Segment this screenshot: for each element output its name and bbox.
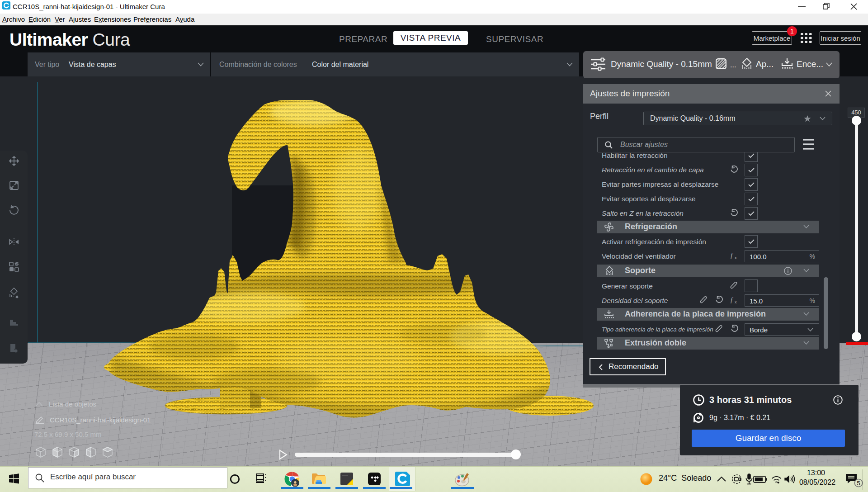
svg-text:x: x [735, 255, 737, 260]
svg-text:f: f [731, 296, 733, 303]
svg-text:f: f [731, 252, 733, 259]
svg-text:5: 5 [857, 480, 860, 487]
svg-text:x: x [735, 300, 737, 304]
